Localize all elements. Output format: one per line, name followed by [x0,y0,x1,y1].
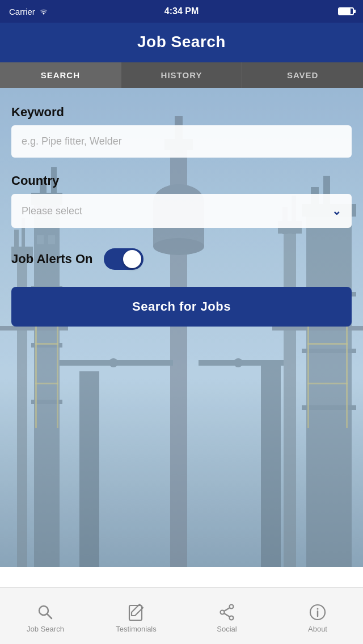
nav-about[interactable]: About [272,599,363,633]
tab-search[interactable]: SEARCH [0,62,121,88]
keyword-label: Keyword [11,105,352,120]
toggle-knob [123,250,141,268]
status-right [338,7,354,15]
svg-point-65 [317,608,319,610]
tab-bar: SEARCH HISTORY SAVED [0,62,363,88]
nav-testimonials-label: Testimonials [116,625,157,633]
svg-point-59 [221,611,225,615]
search-jobs-button[interactable]: Search for Jobs [11,287,352,327]
tab-history[interactable]: HISTORY [121,62,243,88]
status-bar: Carrier 4:34 PM [0,0,363,23]
info-icon [309,603,327,621]
main-content: Keyword Country Please select ⌄ Job Aler… [0,88,363,567]
keyword-input[interactable] [11,125,352,158]
nav-social[interactable]: Social [182,599,272,633]
svg-line-62 [224,613,230,617]
svg-point-60 [230,616,234,620]
svg-line-61 [224,608,230,611]
country-placeholder: Please select [22,205,332,217]
country-select[interactable]: Please select ⌄ [11,194,352,228]
nav-job-search-label: Job Search [27,625,64,633]
share-icon [218,603,236,621]
status-time: 4:34 PM [164,6,199,16]
search-icon [36,603,54,621]
country-label: Country [11,173,352,188]
wifi-icon [39,7,49,16]
nav-about-label: About [308,625,327,633]
svg-line-55 [47,614,52,618]
nav-testimonials[interactable]: Testimonials [91,599,182,633]
nav-social-label: Social [217,625,237,633]
page-title: Job Search [0,33,363,51]
job-alerts-label: Job Alerts On [11,252,92,266]
nav-job-search[interactable]: Job Search [0,599,91,633]
status-left: Carrier [9,7,49,16]
edit-icon [127,603,145,621]
job-alerts-row: Job Alerts On [11,248,352,270]
job-alerts-toggle[interactable] [104,248,143,270]
tab-saved[interactable]: SAVED [242,62,363,88]
carrier-label: Carrier [9,7,35,16]
chevron-down-icon: ⌄ [332,204,341,218]
bottom-nav: Job Search Testimonials Social About [0,587,363,644]
svg-point-58 [230,605,234,609]
battery-icon [338,7,354,15]
search-form: Keyword Country Please select ⌄ Job Aler… [0,88,363,338]
app-header: Job Search [0,23,363,62]
